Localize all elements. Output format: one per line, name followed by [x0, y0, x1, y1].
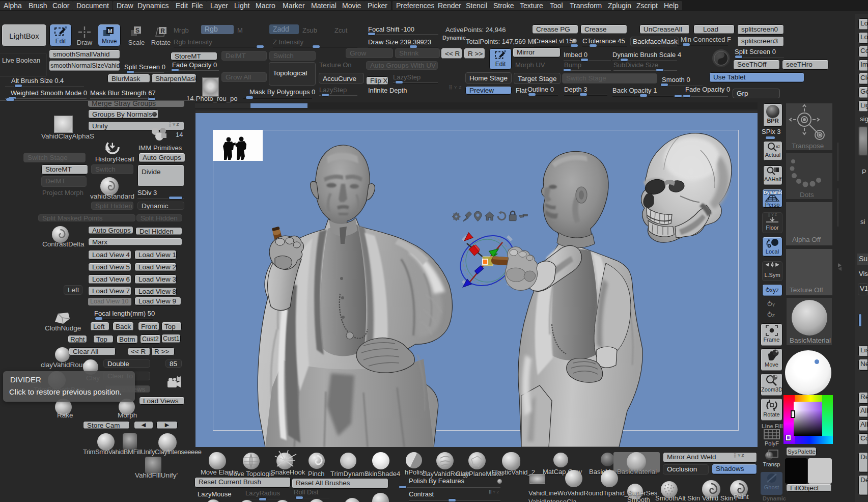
- svg-text:R: R: [160, 27, 165, 35]
- svg-text:S: S: [135, 27, 139, 34]
- svg-text:x1: x1: [776, 144, 779, 149]
- svg-text:M: M: [107, 28, 112, 34]
